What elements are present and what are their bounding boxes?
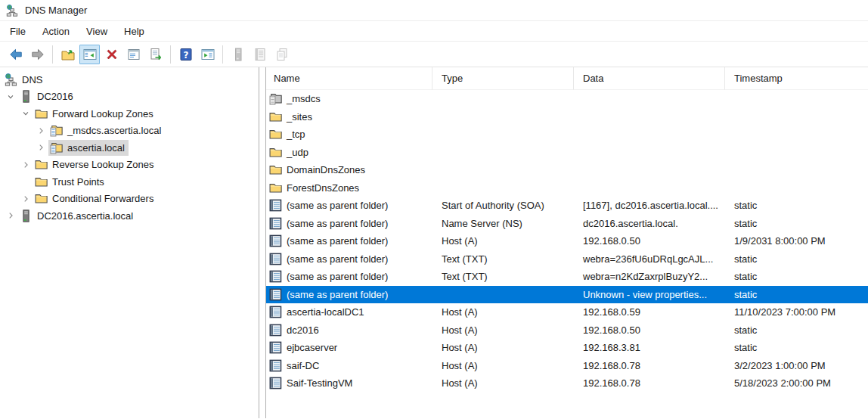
cell-type: Text (TXT)	[432, 250, 574, 268]
column-header-timestamp[interactable]: Timestamp	[725, 67, 868, 90]
cell-data	[574, 161, 725, 179]
table-row[interactable]: _udp	[266, 144, 868, 162]
chevron-right-icon[interactable]	[18, 161, 33, 169]
table-row[interactable]: (same as parent folder)Text (TXT)webra=n…	[266, 268, 868, 286]
chevron-right-icon[interactable]	[33, 144, 48, 151]
record-data: 192.168.0.59	[583, 306, 640, 318]
cell-type	[432, 161, 574, 179]
cell-name: saif-DC	[266, 357, 432, 375]
table-row[interactable]: (same as parent folder)Host (A)192.168.0…	[266, 232, 868, 250]
tree-item-body: DC2016.ascertia.local	[18, 208, 137, 224]
chevron-down-icon[interactable]	[18, 110, 33, 117]
table-row[interactable]: DomainDnsZones	[266, 161, 868, 179]
list-header: NameTypeDataTimestamp	[266, 67, 868, 90]
menu-help[interactable]: Help	[116, 23, 153, 40]
dns-server-button[interactable]	[228, 45, 248, 64]
forward-button[interactable]	[27, 45, 48, 64]
record-icon	[269, 234, 282, 247]
cell-data: webra=236fU6uDRqLgcAJL...	[574, 250, 725, 268]
help-button[interactable]: ?	[175, 45, 196, 64]
cell-type: Host (A)	[432, 339, 574, 357]
chevron-right-icon[interactable]	[3, 212, 18, 219]
delete-button[interactable]	[101, 45, 122, 64]
record-icon	[269, 253, 282, 265]
record-name: (same as parent folder)	[287, 253, 388, 265]
menu-bar: FileActionViewHelp	[0, 21, 868, 42]
record-icon	[269, 270, 282, 283]
record-data: [1167], dc2016.ascertia.local....	[583, 200, 718, 211]
tree-item-ascertia-local[interactable]: ascertia.local	[0, 139, 259, 157]
menu-file[interactable]: File	[2, 23, 34, 40]
table-row[interactable]: _sites	[266, 108, 868, 126]
show-hide-console-tree-button[interactable]	[79, 45, 100, 64]
properties-button[interactable]	[123, 45, 144, 64]
cell-data: 192.168.0.78	[574, 374, 725, 393]
record-data: 192.168.0.78	[583, 377, 640, 389]
tree-item-conditional-forwarders[interactable]: Conditional Forwarders	[0, 191, 259, 208]
cell-name: ForestDnsZones	[266, 179, 432, 197]
record-data: dc2016.ascertia.local.	[583, 218, 678, 229]
table-row[interactable]: ForestDnsZones	[266, 179, 868, 197]
chevron-right-icon[interactable]	[33, 127, 48, 135]
table-row[interactable]: (same as parent folder)Name Server (NS)d…	[266, 215, 868, 233]
record-name: ejbcaserver	[287, 342, 337, 353]
tree: DNSDC2016Forward Lookup Zones_msdcs.asce…	[0, 71, 259, 225]
cell-name: dc2016	[266, 321, 432, 340]
column-header-label: Name	[274, 73, 300, 84]
table-row[interactable]: saif-DCHost (A)192.168.0.783/2/2023 1:00…	[266, 357, 868, 375]
record-list-button[interactable]	[250, 45, 270, 64]
table-row[interactable]: ejbcaserverHost (A)192.168.3.81static	[266, 339, 868, 357]
menu-view[interactable]: View	[78, 23, 116, 40]
table-row[interactable]: (same as parent folder)Text (TXT)webra=2…	[266, 250, 868, 268]
folder-icon	[35, 192, 48, 205]
cell-name: (same as parent folder)	[266, 268, 432, 286]
tree-item-dc2016-ascertia-local[interactable]: DC2016.ascertia.local	[0, 207, 259, 225]
show-hide-action-pane-button[interactable]	[197, 45, 218, 64]
folder-icon	[35, 107, 48, 120]
cell-type: Host (A)	[432, 374, 574, 393]
tree-item-body: _msdcs.ascertia.local	[48, 123, 165, 138]
record-type: Host (A)	[442, 342, 478, 353]
tree-item-trust-points[interactable]: Trust Points	[0, 173, 259, 191]
record-icon	[269, 217, 282, 230]
export-list-button[interactable]	[145, 45, 166, 64]
cell-type: Start of Authority (SOA)	[432, 197, 574, 215]
folder-icon	[269, 110, 282, 123]
record-name: (same as parent folder)	[287, 289, 388, 300]
column-header-name[interactable]: Name	[266, 67, 432, 90]
server-icon	[20, 210, 33, 222]
record-type: Text (TXT)	[442, 253, 488, 265]
column-header-type[interactable]: Type	[432, 67, 574, 90]
chevron-right-icon[interactable]	[18, 195, 33, 203]
table-row[interactable]: _msdcs	[266, 90, 868, 108]
chevron-down-icon[interactable]	[3, 93, 18, 101]
cell-type: Host (A)	[432, 303, 574, 321]
column-header-data[interactable]: Data	[574, 67, 725, 90]
table-row[interactable]: dc2016Host (A)192.168.0.50static	[266, 321, 868, 340]
record-timestamp: static	[734, 218, 757, 229]
toolbar-separator	[222, 45, 223, 64]
copy-tool-icon	[274, 47, 290, 62]
tree-item-dns[interactable]: DNS	[0, 71, 259, 88]
up-one-level-button[interactable]	[57, 45, 78, 64]
delete-icon	[104, 47, 119, 62]
tree-item-label: DC2016.ascertia.local	[37, 210, 133, 222]
tree-item-reverse-lookup-zones[interactable]: Reverse Lookup Zones	[0, 157, 259, 174]
tree-item-msdcs-ascertia-local[interactable]: _msdcs.ascertia.local	[0, 123, 259, 140]
table-row[interactable]: Saif-TestingVMHost (A)192.168.0.785/18/2…	[266, 374, 868, 393]
tree-item-forward-lookup-zones[interactable]: Forward Lookup Zones	[0, 105, 259, 123]
copy-button[interactable]	[271, 45, 292, 64]
menu-action[interactable]: Action	[34, 23, 78, 40]
tree-item-dc2016[interactable]: DC2016	[0, 88, 259, 106]
folder-icon	[269, 182, 282, 194]
tree-item-label: ascertia.local	[67, 142, 125, 154]
back-button[interactable]	[5, 45, 26, 64]
pane-splitter[interactable]	[259, 67, 265, 418]
table-row[interactable]: _tcp	[266, 126, 868, 144]
help-icon: ?	[178, 47, 194, 62]
server-tool-icon	[231, 47, 246, 62]
table-row[interactable]: (same as parent folder)Unknown - view pr…	[266, 286, 868, 304]
record-name: (same as parent folder)	[287, 218, 388, 229]
table-row[interactable]: ascertia-localDC1Host (A)192.168.0.5911/…	[266, 303, 868, 321]
table-row[interactable]: (same as parent folder)Start of Authorit…	[266, 197, 868, 215]
